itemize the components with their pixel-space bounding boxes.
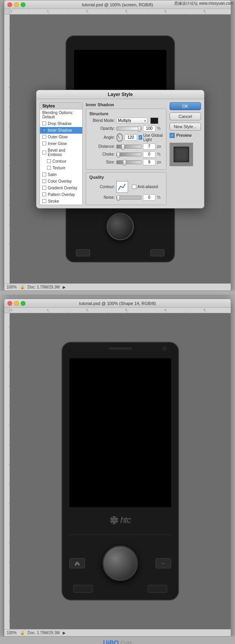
opacity-slider-handle[interactable] <box>138 126 141 132</box>
angle-dial[interactable] <box>116 133 123 142</box>
phone-screen-2 <box>69 358 171 507</box>
style-label-pattern-overlay: Pattern Overlay <box>48 192 75 197</box>
style-inner-shadow[interactable]: ✓ Inner Shadow <box>40 127 82 134</box>
style-stroke[interactable]: Stroke <box>40 198 82 205</box>
minimize-button-2[interactable] <box>14 301 19 306</box>
style-outer-glow[interactable]: Outer Glow <box>40 134 82 140</box>
style-pattern-overlay[interactable]: Pattern Overlay <box>40 191 82 198</box>
contour-row: Contour: Anti-aliased <box>89 181 163 193</box>
checkbox-drop-shadow[interactable] <box>42 122 46 125</box>
canvas-area-2: 0 1 2 3 4 5 <box>4 308 231 629</box>
trackball-2[interactable] <box>103 546 138 581</box>
color-swatch[interactable] <box>150 118 158 124</box>
size-slider-handle[interactable] <box>123 160 126 165</box>
minimize-button-1[interactable] <box>14 2 19 7</box>
noise-slider-handle[interactable] <box>117 195 120 201</box>
opacity-slider[interactable] <box>116 127 141 131</box>
size-row: Size: px <box>89 159 163 165</box>
style-contour[interactable]: Contour <box>40 158 82 165</box>
distance-input[interactable] <box>143 143 155 150</box>
zoom-level-1: 100% <box>7 285 17 289</box>
anti-aliased-label[interactable]: Anti-aliased <box>132 185 158 189</box>
style-satin[interactable]: Satin <box>40 171 82 178</box>
brand-area: htc <box>110 515 130 525</box>
choke-slider[interactable] <box>116 152 141 156</box>
use-global-light-label[interactable]: ✓ Use Global Light <box>139 133 163 142</box>
home-button[interactable] <box>69 558 85 568</box>
style-gradient-overlay[interactable]: Gradient Overlay <box>40 185 82 191</box>
window-title-1: tutorial.psd @ 100% (screen, RGB/8) <box>82 2 153 7</box>
distance-label: Distance: <box>89 144 115 149</box>
close-button-2[interactable] <box>7 301 12 306</box>
checkbox-bevel-emboss[interactable] <box>42 151 46 154</box>
soft-btn-bottom-left[interactable] <box>73 585 93 593</box>
anti-aliased-checkbox[interactable] <box>132 185 136 189</box>
distance-slider-handle[interactable] <box>121 144 125 150</box>
size-unit: px <box>157 160 163 164</box>
angle-row: Angle: ✓ Use Global Light <box>89 133 163 142</box>
checkbox-satin[interactable] <box>42 172 46 176</box>
blend-mode-select[interactable]: Multiply Normal Screen Overlay <box>116 118 148 123</box>
contour-preview[interactable] <box>116 181 128 193</box>
svg-text:2: 2 <box>86 10 88 13</box>
svg-text:2: 2 <box>86 308 88 311</box>
back-button[interactable]: ← <box>155 558 171 568</box>
top-controls-row: ← <box>69 546 171 581</box>
checkbox-pattern-overlay[interactable] <box>42 192 46 196</box>
noise-input[interactable] <box>143 194 155 201</box>
use-global-light-checkbox[interactable]: ✓ <box>139 135 142 140</box>
style-texture[interactable]: Texture <box>40 165 82 171</box>
title-bar-2: tutorial.psd @ 100% (Shape 14, RGB/8) <box>4 299 231 308</box>
new-style-button[interactable]: New Style... <box>170 123 201 131</box>
cancel-button[interactable]: Cancel <box>170 112 201 120</box>
opacity-row: Opacity: % <box>89 125 163 132</box>
checkbox-outer-glow[interactable] <box>42 135 46 139</box>
main-settings-panel: Inner Shadow Structure Blend Mode: Multi… <box>86 102 166 205</box>
blend-mode-label: Blend Mode: <box>89 118 115 123</box>
style-drop-shadow[interactable]: Drop Shadow <box>40 120 82 127</box>
checkbox-inner-glow[interactable] <box>42 141 46 145</box>
ruler-corner-1 <box>4 9 10 15</box>
angle-input[interactable] <box>125 134 137 141</box>
style-label-inner-glow: Inner Glow <box>48 141 67 146</box>
choke-slider-handle[interactable] <box>117 152 120 158</box>
distance-slider[interactable] <box>116 145 141 149</box>
noise-unit: % <box>157 195 163 200</box>
ruler-corner-2 <box>4 308 10 313</box>
window-2: tutorial.psd @ 100% (Shape 14, RGB/8) <box>4 299 231 637</box>
svg-text:0: 0 <box>11 308 12 311</box>
layer-style-dialog: Layer Style Styles Blending Options: Def… <box>36 90 204 209</box>
size-slider[interactable] <box>116 160 141 164</box>
style-blending-options[interactable]: Blending Options: Default <box>40 109 82 120</box>
preview-box <box>170 143 193 166</box>
status-bar-2: 100% 🔒 Doc: 1.79M/29.3M ▶ <box>4 629 231 636</box>
close-button-1[interactable] <box>7 2 12 7</box>
checkbox-inner-shadow[interactable]: ✓ <box>42 128 46 132</box>
ruler-vertical-2 <box>4 308 10 629</box>
opacity-input[interactable] <box>143 125 155 132</box>
contour-svg <box>118 182 127 192</box>
choke-input[interactable] <box>143 151 155 158</box>
size-input[interactable] <box>143 159 155 165</box>
soft-btn-bottom-right[interactable] <box>148 585 167 593</box>
style-inner-glow[interactable]: Inner Glow <box>40 140 82 147</box>
ok-button[interactable]: OK <box>170 102 201 110</box>
choke-unit: % <box>157 152 163 156</box>
noise-slider[interactable] <box>116 196 141 200</box>
traffic-lights-1[interactable] <box>7 2 25 7</box>
maximize-button-1[interactable] <box>21 2 25 7</box>
traffic-lights-2[interactable] <box>7 301 25 306</box>
style-color-overlay[interactable]: Color Overlay <box>40 178 82 185</box>
checkbox-color-overlay[interactable] <box>42 179 46 183</box>
arrow-icon-2: ▶ <box>63 631 66 635</box>
preview-checkbox[interactable]: ✓ <box>170 133 175 138</box>
maximize-button-2[interactable] <box>21 301 25 306</box>
checkbox-texture[interactable] <box>47 166 51 170</box>
lock-icon-2: 🔒 <box>20 631 25 635</box>
checkbox-contour[interactable] <box>47 159 51 163</box>
checkbox-gradient-overlay[interactable] <box>42 186 46 190</box>
checkbox-stroke[interactable] <box>42 199 46 203</box>
style-bevel-emboss[interactable]: Bevel and Emboss <box>40 147 82 158</box>
htc-flower-icon <box>110 516 118 524</box>
doc-info-2: Doc: 1.79M/29.3M <box>28 631 60 635</box>
